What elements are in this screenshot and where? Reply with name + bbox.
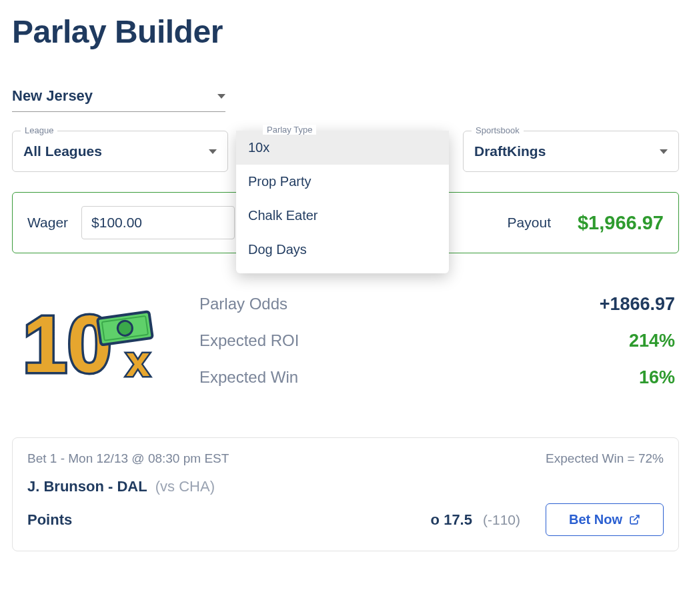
stat-parlay-odds: Parlay Odds +1866.97 <box>199 294 675 315</box>
bet-now-label: Bet Now <box>569 512 622 527</box>
bet-header-right: Expected Win = 72% <box>546 451 664 466</box>
bet-odds: (-110) <box>483 512 520 528</box>
page-title: Parlay Builder <box>12 13 679 50</box>
chevron-down-icon <box>217 94 225 99</box>
parlay-type-logo: 10 x <box>16 291 163 391</box>
external-link-icon <box>629 514 640 525</box>
stat-value: 214% <box>629 331 675 351</box>
stat-value: 16% <box>639 367 675 388</box>
bet-matchup: (vs CHA) <box>155 478 215 495</box>
svg-text:10: 10 <box>23 299 111 389</box>
parlay-type-option-chalk-eater[interactable]: Chalk Eater <box>236 199 449 233</box>
chevron-down-icon <box>660 149 668 154</box>
state-value: New Jersey <box>12 87 93 105</box>
bet-metric: Points <box>27 511 72 529</box>
bet-card: Bet 1 - Mon 12/13 @ 08:30 pm EST Expecte… <box>12 437 679 551</box>
stat-expected-win: Expected Win 16% <box>199 367 675 388</box>
bet-player: J. Brunson - DAL <box>27 478 147 495</box>
stat-label: Parlay Odds <box>199 295 287 313</box>
parlay-type-dropdown[interactable]: Parlay Type 10x Prop Party Chalk Eater D… <box>236 131 449 273</box>
stat-expected-roi: Expected ROI 214% <box>199 331 675 351</box>
parlay-type-label: Parlay Type <box>263 125 316 135</box>
state-select[interactable]: New Jersey <box>12 82 225 112</box>
league-value: All Leagues <box>23 143 102 159</box>
wager-input[interactable] <box>81 206 235 239</box>
parlay-type-option-prop-party[interactable]: Prop Party <box>236 165 449 199</box>
wager-label: Wager <box>27 215 68 231</box>
payout-label: Payout <box>508 215 551 231</box>
league-label: League <box>21 125 57 135</box>
sportsbook-label: Sportsbook <box>472 125 524 135</box>
svg-point-3 <box>117 320 133 337</box>
payout-value: $1,966.97 <box>578 212 664 234</box>
svg-line-5 <box>634 515 639 521</box>
parlay-type-option-10x[interactable]: 10x <box>236 131 449 165</box>
chevron-down-icon <box>209 149 217 154</box>
stat-value: +1866.97 <box>600 294 675 315</box>
bet-now-button[interactable]: Bet Now <box>546 503 664 536</box>
stat-label: Expected ROI <box>199 331 299 350</box>
sportsbook-select[interactable]: Sportsbook DraftKings <box>463 131 679 172</box>
parlay-type-option-dog-days[interactable]: Dog Days <box>236 233 449 267</box>
bet-line: o 17.5 <box>431 511 472 529</box>
stat-label: Expected Win <box>199 368 298 387</box>
league-select[interactable]: League All Leagues <box>12 131 228 172</box>
bet-header-left: Bet 1 - Mon 12/13 @ 08:30 pm EST <box>27 451 229 466</box>
svg-text:x: x <box>126 337 150 385</box>
sportsbook-value: DraftKings <box>474 143 546 159</box>
